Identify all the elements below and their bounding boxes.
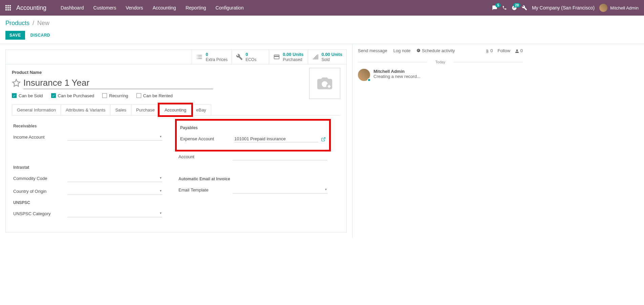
form-area: 0Extra Prices 0ECOs 0.00 UnitsPurchased …: [0, 44, 352, 238]
unspsc-category-label: UNSPSC Category: [13, 211, 67, 216]
unspsc-category-input[interactable]: ▾: [67, 210, 162, 217]
checkbox-label: Can be Rented: [143, 93, 173, 98]
chatter-panel: Send message Log note Schedule activity …: [352, 44, 528, 238]
svg-rect-4: [7, 7, 9, 8]
chevron-down-icon: ▾: [160, 189, 162, 192]
log-note-button[interactable]: Log note: [393, 48, 411, 53]
schedule-activity-button[interactable]: Schedule activity: [416, 48, 455, 53]
unspsc-title: UNSPSC: [13, 200, 162, 205]
menu-configuration[interactable]: Configuration: [211, 0, 249, 16]
tab-attributes-variants[interactable]: Attributes & Variants: [61, 104, 111, 115]
chevron-down-icon: ▾: [160, 135, 162, 138]
menu-customers[interactable]: Customers: [89, 0, 121, 16]
svg-rect-6: [5, 9, 7, 11]
stat-ecos[interactable]: 0ECOs: [232, 50, 269, 64]
external-link-icon[interactable]: [321, 136, 326, 142]
user-avatar-icon: [599, 4, 607, 12]
tab-general-information[interactable]: General Information: [12, 104, 61, 115]
email-template-label: Email Template: [178, 187, 233, 192]
checkbox-can-be-purchased[interactable]: Can be Purchased: [51, 93, 94, 98]
svg-rect-0: [5, 5, 7, 6]
expense-account-input[interactable]: 101001 Prepaid insurance: [234, 136, 318, 142]
breadcrumb-products[interactable]: Products: [5, 20, 29, 26]
commodity-code-label: Commodity Code: [13, 176, 67, 181]
checkbox-recurring[interactable]: Recurring: [102, 93, 128, 98]
send-message-button[interactable]: Send message: [358, 48, 387, 53]
account-input[interactable]: [233, 154, 327, 160]
debug-icon[interactable]: [522, 5, 527, 11]
tab-sales[interactable]: Sales: [110, 104, 131, 115]
chatter-topbar: Send message Log note Schedule activity …: [358, 48, 523, 57]
chevron-down-icon: ▾: [160, 176, 162, 180]
phone-icon[interactable]: [502, 5, 507, 10]
stat-purchased[interactable]: 0.00 UnitsPurchased: [269, 50, 307, 64]
menu-dashboard[interactable]: Dashboard: [56, 0, 89, 16]
checkbox-label: Can be Sold: [19, 93, 43, 98]
svg-rect-5: [9, 7, 11, 8]
follow-button[interactable]: Follow: [498, 48, 511, 53]
checkbox-can-be-rented[interactable]: Can be Rented: [136, 93, 173, 98]
nav-right: 5 28 My Company (San Francisco) Mitchell…: [492, 4, 639, 12]
form-right-column: Payables Expense Account 101001 Prepaid …: [178, 124, 327, 223]
product-name-input[interactable]: [23, 77, 213, 89]
app-brand[interactable]: Accounting: [16, 4, 46, 12]
product-options: Can be Sold Can be Purchased Recurring C…: [12, 93, 340, 98]
followers-count[interactable]: 0: [515, 48, 523, 53]
tab-content-accounting: Receivables Income Account ▾ Intrastat C…: [12, 116, 340, 227]
income-account-input[interactable]: ▾: [67, 134, 162, 141]
product-name-label: Product Name: [12, 70, 340, 75]
stat-value: 0.00 Units: [283, 52, 303, 57]
list-icon: [196, 54, 203, 60]
form-sheet: 0Extra Prices 0ECOs 0.00 UnitsPurchased …: [5, 49, 347, 232]
main-layout: 0Extra Prices 0ECOs 0.00 UnitsPurchased …: [0, 44, 644, 238]
svg-rect-3: [5, 7, 7, 8]
tab-ebay[interactable]: eBay: [191, 104, 211, 115]
checkbox-label: Recurring: [109, 93, 128, 98]
menu-reporting[interactable]: Reporting: [181, 0, 211, 16]
expense-account-label: Expense Account: [180, 136, 234, 141]
menu-vendors[interactable]: Vendors: [121, 0, 148, 16]
action-buttons: SAVE DISCARD: [0, 28, 644, 44]
favorite-star-icon[interactable]: [12, 79, 21, 87]
chatter-message: Mitchell Admin Creating a new record...: [358, 67, 523, 83]
breadcrumb-current: New: [37, 20, 49, 26]
messages-badge: 5: [495, 3, 501, 7]
online-status-icon: [367, 78, 371, 82]
form-left-column: Receivables Income Account ▾ Intrastat C…: [13, 124, 162, 223]
user-menu[interactable]: Mitchell Admin: [599, 4, 639, 12]
tab-purchase[interactable]: Purchase: [131, 104, 160, 115]
svg-marker-9: [13, 79, 20, 86]
account-label: Account: [178, 154, 233, 159]
menu-accounting[interactable]: Accounting: [148, 0, 181, 16]
stat-extra-prices[interactable]: 0Extra Prices: [192, 50, 232, 64]
chatter-date-separator: Today: [358, 60, 523, 64]
save-button[interactable]: SAVE: [5, 31, 25, 40]
product-image-placeholder[interactable]: [309, 68, 340, 99]
form-tabs: General Information Attributes & Variant…: [12, 104, 340, 116]
stat-value: 0: [206, 52, 228, 57]
income-account-label: Income Account: [13, 135, 67, 140]
wrench-icon: [236, 54, 243, 60]
apps-menu-icon[interactable]: [5, 5, 11, 11]
svg-rect-7: [7, 9, 9, 11]
email-template-input[interactable]: ▾: [233, 187, 327, 194]
country-origin-input[interactable]: ▾: [67, 188, 162, 195]
highlight-payables: Payables Expense Account 101001 Prepaid …: [175, 119, 331, 151]
intrastat-title: Intrastat: [13, 165, 162, 170]
stat-sold[interactable]: 0.00 UnitsSold: [308, 50, 346, 64]
message-author: Mitchell Admin: [373, 69, 523, 74]
activities-icon[interactable]: 28: [512, 5, 517, 11]
user-name: Mitchell Admin: [610, 5, 639, 11]
discard-button[interactable]: DISCARD: [26, 31, 54, 40]
main-menu: Dashboard Customers Vendors Accounting R…: [56, 0, 492, 16]
activities-badge: 28: [513, 3, 520, 7]
attachments-count[interactable]: 0: [485, 48, 493, 53]
checkbox-can-be-sold[interactable]: Can be Sold: [12, 93, 43, 98]
company-switcher[interactable]: My Company (San Francisco): [532, 5, 595, 11]
breadcrumb-separator: /: [33, 20, 34, 26]
stat-label: Extra Prices: [206, 57, 228, 62]
commodity-code-input[interactable]: ▾: [67, 175, 162, 182]
messages-icon[interactable]: 5: [492, 5, 497, 11]
tab-accounting[interactable]: Accounting: [159, 104, 191, 115]
message-text: Creating a new record...: [373, 74, 523, 79]
